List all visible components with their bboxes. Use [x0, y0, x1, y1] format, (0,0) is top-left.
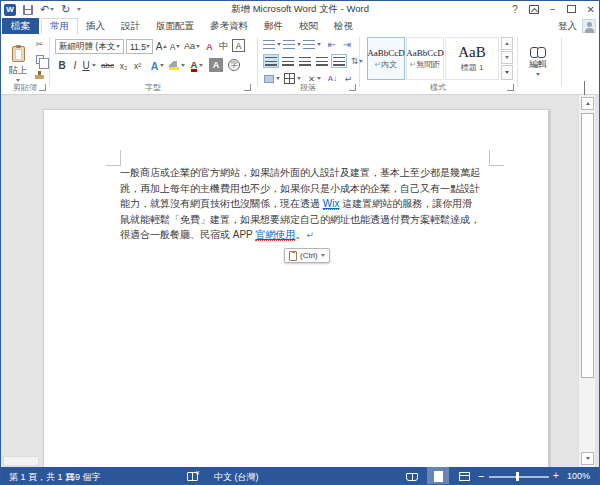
shrink-font-button[interactable]: A	[169, 40, 181, 53]
font-name-combo[interactable]: 新細明體 (本文	[55, 39, 124, 54]
phonetic-guide-icon: 中	[219, 40, 228, 53]
scroll-down-icon	[586, 457, 590, 460]
wix-hyperlink[interactable]: Wix	[323, 198, 340, 210]
text-effects-button[interactable]: A	[149, 58, 166, 73]
scrollbar-thumb[interactable]	[581, 113, 594, 378]
zoom-slider-track[interactable]	[489, 476, 549, 478]
tab-layout[interactable]: 版面配置	[148, 18, 202, 34]
styles-gallery-more[interactable]	[501, 65, 513, 80]
scroll-up-button[interactable]	[581, 97, 594, 110]
tab-mailings[interactable]: 郵件	[256, 18, 291, 34]
distribute-button[interactable]	[331, 54, 347, 68]
ribbon-display-options-button[interactable]	[529, 5, 539, 14]
official-site-hyperlink[interactable]: 官網使用	[255, 229, 295, 241]
copy-button[interactable]	[32, 53, 47, 66]
scroll-down-button[interactable]	[581, 452, 594, 465]
character-shading-icon: A	[213, 60, 220, 70]
italic-button[interactable]: I	[70, 58, 80, 73]
enclose-characters-button[interactable]: 字	[227, 58, 241, 72]
scissors-icon: ✂	[36, 39, 44, 49]
zoom-in-button[interactable]: +	[553, 470, 559, 481]
read-mode-button[interactable]	[401, 467, 423, 485]
tab-view[interactable]: 檢視	[326, 18, 361, 34]
word-window: W ↶ ↻ 新增 Microsoft Word 文件 - Word ? − ✕ …	[0, 0, 600, 485]
bullet-list-icon	[263, 40, 275, 49]
align-center-button[interactable]	[280, 54, 296, 68]
document-page[interactable]: 一般商店或企業的官方網站，如果請外面的人設計及建置，基本上至少都是幾萬起 跳，再…	[43, 109, 549, 467]
style-normal[interactable]: AaBbCcD ↵內文	[367, 37, 405, 80]
tab-review[interactable]: 校閱	[291, 18, 326, 34]
strikethrough-button[interactable]: abc	[99, 58, 116, 73]
tab-design[interactable]: 設計	[113, 18, 148, 34]
help-button[interactable]: ?	[512, 4, 518, 15]
change-case-icon: Aa	[184, 41, 195, 51]
paragraph-dialog-launcher[interactable]	[349, 84, 356, 91]
editing-button[interactable]: 編輯	[519, 38, 557, 84]
tab-file[interactable]: 檔案	[2, 18, 39, 34]
paste-label: 貼上	[9, 64, 27, 77]
document-area: 一般商店或企業的官方網站，如果請外面的人設計及建置，基本上至少都是幾萬起 跳，再…	[1, 95, 599, 467]
zoom-slider-thumb[interactable]	[516, 472, 519, 481]
clipboard-dialog-launcher[interactable]	[39, 84, 46, 91]
decrease-indent-icon: ⇤	[328, 39, 336, 50]
highlight-button[interactable]	[168, 58, 186, 73]
justify-button[interactable]	[314, 54, 330, 68]
styles-dialog-launcher[interactable]	[507, 84, 514, 91]
phonetic-guide-button[interactable]: 中	[217, 39, 230, 53]
sign-in-link[interactable]: 登入	[558, 20, 577, 33]
increase-indent-button[interactable]: ⇥	[340, 37, 354, 51]
language-status[interactable]: 中文 (台灣)	[214, 471, 259, 484]
style-no-spacing[interactable]: AaBbCcD ↵無間距	[406, 37, 444, 80]
font-color-button[interactable]: A	[188, 58, 206, 73]
document-text[interactable]: 一般商店或企業的官方網站，如果請外面的人設計及建置，基本上至少都是幾萬起 跳，再…	[120, 165, 500, 244]
ribbon-tabs: 常用 插入 設計 版面配置 參考資料 郵件 校閱 檢視	[41, 18, 361, 34]
subscript-button[interactable]: x₂	[117, 58, 130, 73]
bold-button[interactable]: B	[56, 58, 68, 73]
font-dialog-launcher[interactable]	[244, 84, 251, 91]
align-left-button[interactable]	[263, 54, 279, 68]
highlight-icon	[169, 61, 179, 70]
styles-scroll-down[interactable]	[501, 51, 513, 64]
style-heading1[interactable]: AaB 標題 1	[445, 37, 499, 80]
print-layout-button[interactable]	[427, 467, 449, 485]
chevron-up-icon	[505, 42, 509, 45]
align-right-button[interactable]	[297, 54, 313, 68]
styles-scroll-up[interactable]	[501, 37, 513, 50]
close-button[interactable]: ✕	[587, 4, 595, 15]
font-size-value: 11.5	[130, 42, 146, 52]
zoom-level[interactable]: 100%	[567, 471, 590, 481]
superscript-button[interactable]: x²	[131, 58, 144, 73]
tab-home[interactable]: 常用	[41, 18, 78, 34]
paste-options-button[interactable]: (Ctrl)	[284, 248, 330, 263]
line-spacing-button[interactable]: ⇅	[349, 54, 365, 68]
chevron-down-icon	[116, 45, 120, 48]
tab-insert[interactable]: 插入	[78, 18, 113, 34]
character-shading-button[interactable]: A	[209, 58, 223, 72]
clear-formatting-button[interactable]: A	[203, 39, 216, 53]
style-name: ↵內文	[375, 59, 398, 70]
vertical-scrollbar[interactable]	[578, 95, 595, 467]
minimize-button[interactable]: −	[550, 4, 556, 15]
cut-button[interactable]: ✂	[32, 38, 47, 50]
bullets-button[interactable]	[263, 38, 281, 51]
zoom-out-button[interactable]: −	[478, 470, 484, 482]
restore-button[interactable]	[567, 5, 576, 13]
find-binoculars-icon	[530, 47, 546, 56]
editing-label: 編輯	[529, 58, 547, 71]
format-painter-icon	[35, 75, 44, 79]
multilevel-list-button[interactable]	[303, 38, 321, 51]
character-border-button[interactable]: A	[232, 39, 245, 52]
user-avatar[interactable]	[582, 19, 596, 33]
underline-button[interactable]: U	[81, 58, 97, 73]
change-case-button[interactable]: Aa	[183, 39, 201, 53]
numbering-button[interactable]	[283, 38, 301, 51]
decrease-indent-button[interactable]: ⇤	[325, 37, 339, 51]
web-layout-button[interactable]	[453, 467, 475, 485]
font-size-combo[interactable]: 11.5	[126, 39, 153, 54]
clear-formatting-icon: A	[206, 41, 213, 52]
word-count-status[interactable]: 159 個字	[65, 471, 101, 484]
numbered-list-icon	[283, 40, 295, 49]
grow-font-button[interactable]: A	[155, 39, 168, 53]
grow-font-icon: A	[156, 41, 163, 52]
tab-references[interactable]: 參考資料	[202, 18, 256, 34]
